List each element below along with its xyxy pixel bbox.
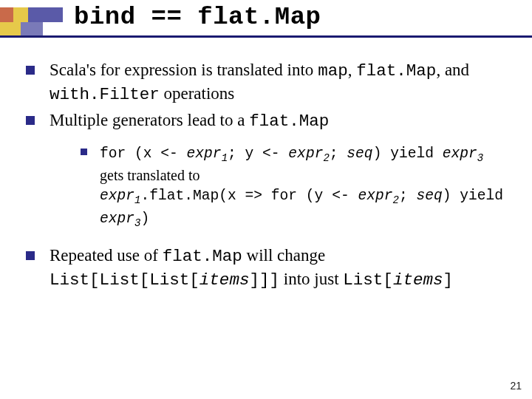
page-number: 21 (510, 380, 522, 392)
bullet-3: Repeated use of flat.Map will change Lis… (26, 245, 517, 292)
slide-corner-decoration (0, 7, 70, 44)
bullet-2: Multiple generators lead to a flat.Map f… (26, 109, 517, 231)
slide-body: Scala's for expression is translated int… (26, 59, 517, 295)
title-underline (0, 35, 532, 38)
bullet-1: Scala's for expression is translated int… (26, 59, 517, 106)
sub-bullet: for (x <- expr1; y <- expr2; seq) yield … (81, 143, 517, 230)
slide-title: bind == flat.Map (74, 3, 321, 31)
